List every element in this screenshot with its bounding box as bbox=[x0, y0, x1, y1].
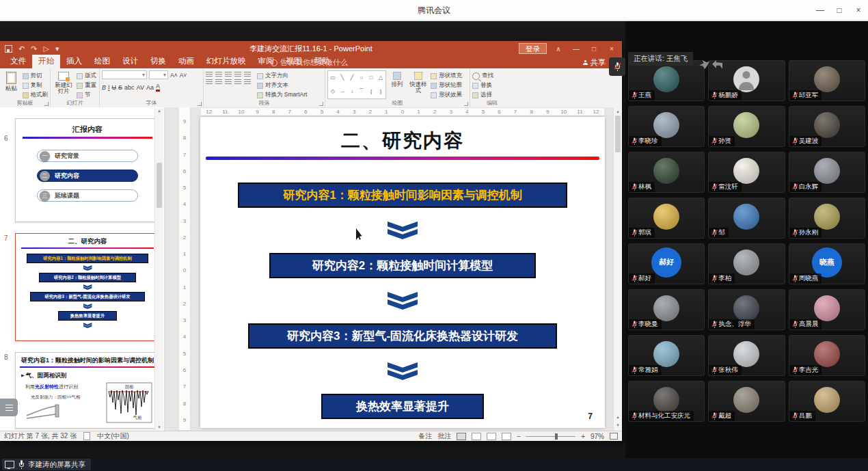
reading-view-icon[interactable] bbox=[487, 433, 496, 440]
participant-tile[interactable]: 白永辉 bbox=[789, 152, 865, 193]
shape-icon[interactable]: ▭ bbox=[330, 75, 336, 81]
select-button[interactable]: 选择 bbox=[472, 91, 493, 99]
participant-tile[interactable]: 李柏 bbox=[708, 243, 785, 284]
ribbon-tab[interactable]: 视图 bbox=[280, 55, 308, 68]
participant-tile[interactable]: 郭琪 bbox=[628, 198, 705, 239]
ribbon-tab[interactable]: 幻灯片放映 bbox=[200, 55, 252, 68]
reset-button[interactable]: 重置 bbox=[77, 81, 96, 90]
shape-icon[interactable]: ⌒ bbox=[359, 89, 364, 94]
ribbon-tab[interactable]: 插入 bbox=[60, 55, 88, 68]
font-style-button[interactable]: B bbox=[102, 84, 106, 91]
participant-tile[interactable]: 邹 bbox=[708, 198, 785, 239]
slide-7-thumbnail-selected[interactable]: 二、研究内容 研究内容1：颗粒接触时间影响因素与调控机制 研究内容2：颗粒接触时… bbox=[15, 233, 160, 341]
notes-toggle[interactable]: 备注 bbox=[418, 431, 432, 441]
previous-slide-icon[interactable]: ▴ bbox=[616, 414, 619, 420]
quick-styles-button[interactable]: 快速样式 bbox=[408, 70, 429, 99]
shape-icon[interactable]: ╲ bbox=[341, 75, 344, 81]
participant-tile[interactable]: 邱亚军 bbox=[789, 60, 865, 101]
participant-tile[interactable]: 李晓珍 bbox=[628, 106, 705, 147]
shape-icon[interactable]: ↓ bbox=[351, 89, 353, 94]
ribbon-tab[interactable]: 设计 bbox=[116, 55, 144, 68]
font-style-button[interactable]: AV bbox=[137, 84, 144, 91]
participant-tile[interactable]: 孙永刚 bbox=[789, 198, 865, 239]
paste-button[interactable]: 粘贴 bbox=[2, 70, 21, 99]
slideshow-view-icon[interactable] bbox=[502, 433, 511, 440]
slide-content-box[interactable]: 研究内容2：颗粒接触时间计算模型 bbox=[269, 253, 536, 278]
copy-button[interactable]: 复制 bbox=[23, 81, 49, 90]
ribbon-tab[interactable]: 审阅 bbox=[252, 55, 280, 68]
font-size-combo[interactable]: ▾ bbox=[149, 70, 168, 79]
language-status[interactable]: 中文(中国) bbox=[97, 431, 129, 441]
slide-content-box[interactable]: 换热效率显著提升 bbox=[321, 394, 484, 419]
section-button[interactable]: 节 bbox=[77, 91, 96, 99]
slide-title[interactable]: 二、研究内容 bbox=[200, 128, 605, 154]
font-style-button[interactable]: Aa bbox=[146, 84, 154, 91]
minimize-icon[interactable]: — bbox=[811, 0, 830, 21]
maximize-icon[interactable]: □ bbox=[830, 0, 849, 21]
smartart-button[interactable]: 转换为 SmartArt bbox=[257, 91, 307, 99]
font-style-button[interactable]: I bbox=[108, 84, 110, 91]
scrollbar-thumb[interactable] bbox=[157, 163, 162, 208]
participant-tile[interactable]: 材料与化工安庆元 bbox=[628, 381, 705, 422]
participant-tile[interactable]: 雷汶轩 bbox=[708, 152, 785, 193]
scroll-up-icon[interactable]: ▴ bbox=[616, 109, 619, 114]
thumbnail-scrollbar[interactable]: ▴ ▾ bbox=[154, 108, 163, 430]
grow-font-button[interactable]: A˄ bbox=[170, 72, 178, 79]
scrollbar-thumb[interactable] bbox=[615, 116, 621, 152]
participant-tile[interactable]: 吴建波 bbox=[789, 106, 865, 147]
ppt-minimize-icon[interactable]: — bbox=[567, 41, 585, 56]
participant-tile[interactable]: 高晨晨 bbox=[789, 289, 865, 330]
shape-icon[interactable]: ╱ bbox=[351, 75, 354, 81]
ppt-close-icon[interactable]: × bbox=[603, 41, 621, 56]
normal-view-icon[interactable] bbox=[457, 433, 466, 440]
participant-tile[interactable]: 张秋伟 bbox=[708, 335, 785, 376]
participant-tile[interactable]: 李吉光 bbox=[789, 335, 865, 376]
participant-tile[interactable]: 李晓曼 bbox=[628, 289, 705, 330]
dialog-launcher-icon[interactable] bbox=[198, 102, 202, 106]
text-direction-button[interactable]: 文字方向 bbox=[257, 72, 307, 80]
signin-button[interactable]: 登录 bbox=[519, 43, 547, 54]
ribbon-tab[interactable]: 文件 bbox=[4, 55, 32, 68]
slide-gradient-line[interactable] bbox=[206, 157, 599, 160]
slide-content-box[interactable]: 研究内容3：新型气-固流化床换热器设计研发 bbox=[248, 323, 557, 349]
fit-to-window-icon[interactable] bbox=[610, 433, 618, 440]
slide-canvas[interactable]: 二、研究内容 研究内容1：颗粒接触时间影响因素与调控机制 研究内容2：颗粒接触时… bbox=[200, 117, 605, 428]
participant-tile[interactable]: 王燕 bbox=[628, 60, 705, 101]
dialog-launcher-icon[interactable] bbox=[464, 102, 468, 106]
font-style-button[interactable]: S bbox=[118, 84, 122, 91]
shape-icon[interactable]: ○ bbox=[360, 75, 364, 81]
new-slide-button[interactable]: 新建幻灯片 bbox=[53, 70, 74, 99]
participant-tile[interactable]: 孙贤 bbox=[708, 106, 785, 147]
shape-icon[interactable]: ◇ bbox=[331, 89, 335, 94]
font-style-button[interactable]: abc bbox=[124, 84, 135, 91]
shape-fill-button[interactable]: 形状填充 bbox=[431, 72, 462, 80]
shape-gallery[interactable]: ▭╲╱○□△◇↔↓⌒{} bbox=[327, 70, 386, 99]
zoom-slider[interactable] bbox=[526, 436, 575, 437]
participant-tile[interactable]: 晓燕 周晓燕 bbox=[789, 243, 865, 284]
replace-button[interactable]: 替换 bbox=[472, 81, 493, 90]
close-icon[interactable]: × bbox=[849, 0, 868, 21]
zoom-slider-thumb[interactable] bbox=[555, 433, 558, 440]
canvas-scrollbar[interactable]: ▴ ▴ ▾ bbox=[613, 107, 622, 431]
format-painter-button[interactable]: 格式刷 bbox=[23, 91, 49, 99]
shape-effects-button[interactable]: 形状效果 bbox=[431, 91, 462, 99]
shrink-font-button[interactable]: A˅ bbox=[180, 72, 187, 79]
font-style-button[interactable]: U bbox=[112, 84, 117, 91]
ribbon-tab[interactable]: 绘图 bbox=[88, 55, 116, 68]
shape-icon[interactable]: □ bbox=[370, 75, 373, 81]
find-button[interactable]: 查找 bbox=[472, 72, 493, 80]
slide-sorter-icon[interactable] bbox=[472, 433, 481, 440]
list-buttons[interactable] bbox=[206, 72, 255, 78]
spellcheck-icon[interactable] bbox=[83, 432, 90, 440]
shared-screen-mic-indicator[interactable] bbox=[609, 57, 625, 76]
cut-button[interactable]: 剪切 bbox=[23, 72, 49, 80]
meeting-sidebar-toggle[interactable] bbox=[0, 399, 18, 416]
participant-tile[interactable]: 常雅娟 bbox=[628, 335, 705, 376]
ribbon-tab[interactable]: 帮助 bbox=[308, 55, 336, 68]
zoom-in-icon[interactable]: + bbox=[581, 433, 585, 440]
shape-icon[interactable]: { bbox=[370, 89, 372, 94]
align-buttons[interactable] bbox=[206, 79, 255, 85]
participant-tile[interactable]: 执念、浮华 bbox=[708, 289, 785, 330]
align-text-button[interactable]: 对齐文本 bbox=[257, 81, 307, 90]
font-name-combo[interactable]: ▾ bbox=[102, 70, 147, 79]
